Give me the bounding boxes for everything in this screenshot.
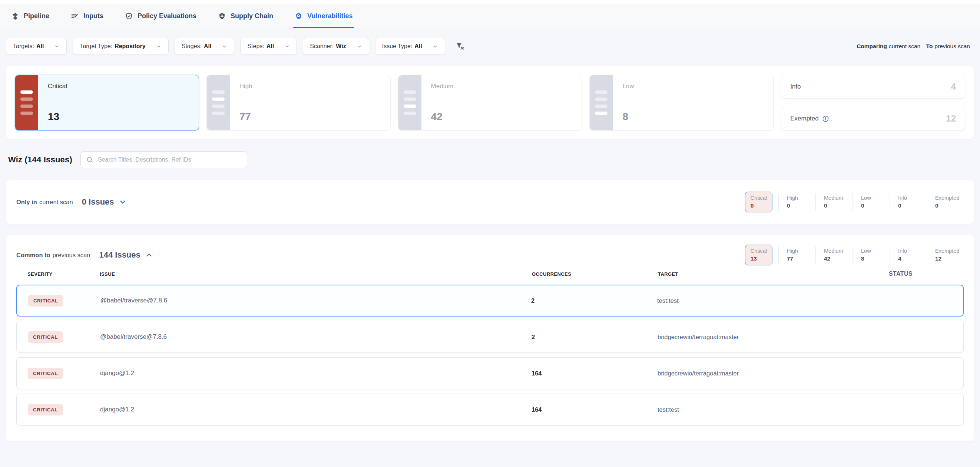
filter-value: Wiz [336,43,346,50]
severity-chip-exempted[interactable]: Exempted 0 [927,194,964,211]
filter-label: Stages: [181,43,202,50]
tab-inputs[interactable]: Inputs [71,5,103,28]
common-toggle[interactable]: Common to previous scan 144 Issues [16,250,153,260]
pipeline-icon [11,12,19,21]
severity-chip-high[interactable]: High 77 [778,246,815,264]
severity-chip-low[interactable]: Low 8 [853,246,889,264]
severity-card-high[interactable]: High 77 [207,75,391,130]
filter-value: All [204,43,211,50]
chevron-down-icon [156,44,162,49]
info-icon[interactable] [822,115,829,122]
tab-policy-evaluations[interactable]: Policy Evaluations [125,5,196,28]
card-label: Low [622,83,634,90]
severity-card-low[interactable]: Low 8 [589,75,773,130]
filter-value: All [36,43,44,50]
issue-name: django@1.2 [100,406,531,413]
scanner-title: Wiz (144 Issues) [8,155,72,165]
filter-value: Repository [115,43,146,50]
tab-label: Vulnerabilities [307,12,353,20]
window-top-strip [0,0,980,5]
filter-value: All [267,43,274,50]
severity-badge: CRITICAL [28,404,63,416]
severity-chip-strip: Critical 0 High 0 Medium 0 Low 0 Info [745,192,964,212]
filter-label: Target Type: [80,43,112,50]
target-value: test:test [657,297,848,304]
card-count: 4 [951,81,956,92]
severity-chip-high[interactable]: High 0 [778,194,815,211]
filter-label: Steps: [247,43,264,50]
table-row[interactable]: CRITICAL @babel/traverse@7.8.6 2 bridgec… [16,321,964,353]
col-status: STATUS [849,270,953,277]
severity-bars-icon [207,75,230,130]
occurrences-value: 164 [531,406,657,413]
tab-pipeline[interactable]: Pipeline [11,5,49,28]
table-row[interactable]: CRITICAL django@1.2 164 bridgecrewio/ter… [16,357,964,389]
filter-label: Scanner: [310,43,334,50]
table-row[interactable]: CRITICAL @babel/traverse@7.8.6 2 test:te… [16,284,964,316]
severity-bars-icon [15,75,38,130]
only-in-toggle[interactable]: Only in current scan 0 Issues [16,197,127,207]
page-content: Targets:All Target Type:Repository Stage… [0,38,980,441]
card-count: 8 [622,111,634,123]
col-target: TARGET [658,271,849,277]
chevron-down-icon [222,44,227,49]
card-count: 77 [239,111,252,123]
filter-label: Targets: [13,43,34,50]
filter-steps[interactable]: Steps:All [240,38,297,55]
filter-issue-type[interactable]: Issue Type:All [375,38,445,55]
chevron-down-icon [356,44,362,49]
severity-chip-low[interactable]: Low 0 [853,194,889,211]
severity-bars-icon [398,75,422,130]
card-label: Exempted [790,115,829,122]
severity-card-exempted[interactable]: Exempted 12 [781,107,965,130]
main-nav: Pipeline Inputs Policy Evaluations Suppl… [0,5,980,28]
severity-chip-info[interactable]: Info 0 [889,194,927,211]
card-label: Info [790,83,800,91]
chevron-down-icon[interactable] [119,198,127,206]
col-occurrences: OCCURRENCES [532,271,658,277]
tab-vulnerabilities[interactable]: Vulnerabilities [295,5,353,28]
comparing-label: Comparingcurrent scan Toprevious scan [857,43,974,50]
col-issue: ISSUE [100,271,532,277]
tab-label: Inputs [83,12,103,20]
severity-card-info[interactable]: Info 4 [781,75,965,98]
search-input[interactable] [80,151,247,168]
tab-supply-chain[interactable]: Supply Chain [218,5,273,28]
card-label: Critical [48,83,67,90]
severity-chip-exempted[interactable]: Exempted 12 [927,246,964,264]
policy-evaluations-icon [125,12,133,21]
tab-label: Supply Chain [231,12,273,20]
severity-chip-critical[interactable]: Critical 0 [745,192,772,212]
card-label: Medium [431,83,453,90]
funnel-clear-icon[interactable] [455,42,465,51]
severity-card-medium[interactable]: Medium 42 [398,75,582,130]
issue-name: django@1.2 [100,370,531,377]
severity-bars-icon [590,75,612,130]
tab-label: Policy Evaluations [137,12,196,20]
filter-scanner[interactable]: Scanner:Wiz [303,38,369,55]
filter-target-type[interactable]: Target Type:Repository [73,38,168,55]
severity-chip-medium[interactable]: Medium 0 [815,194,853,211]
chevron-down-icon [54,44,60,49]
severity-card-critical[interactable]: Critical 13 [15,75,199,130]
chevron-down-icon [284,44,290,49]
card-count: 42 [431,111,453,123]
severity-summary-panel: Critical 13 High 77 Medium 42 [6,66,974,139]
severity-badge: CRITICAL [28,368,63,379]
table-row[interactable]: CRITICAL django@1.2 164 test:test [16,394,964,426]
filter-stages[interactable]: Stages:All [175,38,235,55]
section-issue-count: 0 Issues [82,197,114,207]
occurrences-value: 2 [531,297,657,304]
chevron-up-icon[interactable] [145,251,153,259]
section-issue-count: 144 Issues [99,250,140,260]
only-in-current-scan-section: Only in current scan 0 Issues Critical 0… [6,180,974,224]
severity-chip-medium[interactable]: Medium 42 [815,246,853,264]
severity-chip-info[interactable]: Info 4 [889,246,927,264]
target-value: bridgecrewio/terragoat:master [657,334,848,341]
severity-chip-critical[interactable]: Critical 13 [745,245,772,265]
issues-table-header: SEVERITY ISSUE OCCURRENCES TARGET STATUS [16,270,964,277]
occurrences-value: 164 [531,370,657,377]
filter-targets[interactable]: Targets:All [6,38,67,55]
supply-chain-icon [218,12,226,21]
vulnerabilities-icon [295,12,303,21]
